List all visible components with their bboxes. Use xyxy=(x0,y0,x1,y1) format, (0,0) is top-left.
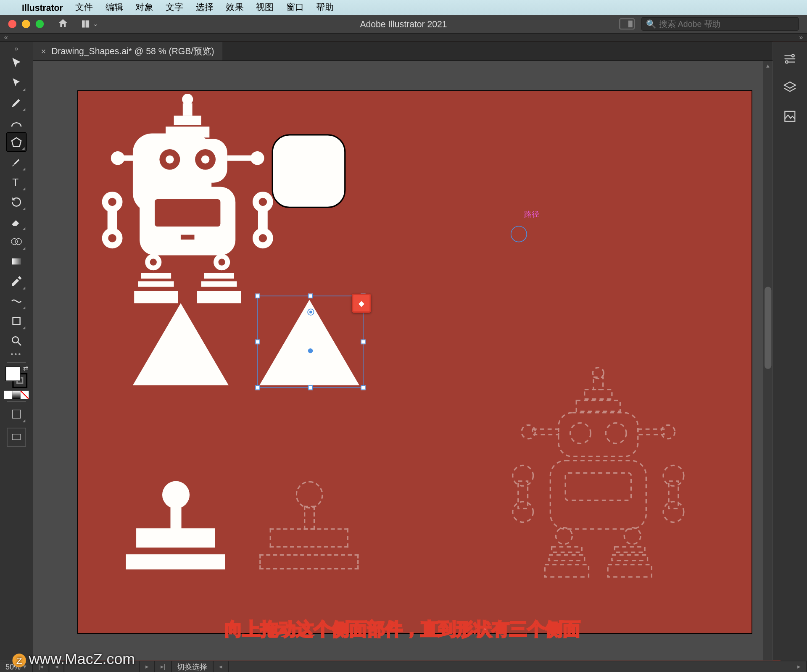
stamp-shape-outline[interactable] xyxy=(270,481,348,569)
chevron-left-icon: « xyxy=(4,34,8,41)
canvas[interactable]: 路径 xyxy=(33,61,773,661)
document-tab-label: Drawing_Shapes.ai* @ 58 % (RGB/预览) xyxy=(51,45,214,57)
menu-window[interactable]: 窗口 xyxy=(286,1,304,13)
triangle-shape-1[interactable] xyxy=(133,303,229,385)
resize-handle-br[interactable] xyxy=(361,385,365,390)
robot-shape[interactable] xyxy=(78,91,297,314)
svg-point-58 xyxy=(606,423,626,443)
color-mode-gradient[interactable] xyxy=(12,391,21,399)
scrollbar-thumb[interactable] xyxy=(765,287,771,369)
menu-edit[interactable]: 编辑 xyxy=(105,1,123,13)
stamp-shape[interactable] xyxy=(136,481,215,569)
svg-rect-73 xyxy=(612,555,648,561)
help-search-input[interactable] xyxy=(659,19,794,29)
artboard[interactable]: 路径 xyxy=(77,90,752,634)
selection-tool[interactable] xyxy=(6,53,27,72)
artboard-nav-prev[interactable]: ◂ xyxy=(50,661,65,672)
document-tab[interactable]: × Drawing_Shapes.ai* @ 58 % (RGB/预览) xyxy=(33,42,222,60)
paintbrush-tool[interactable] xyxy=(6,152,27,172)
svg-point-66 xyxy=(663,502,684,522)
window-close-button[interactable] xyxy=(8,20,17,28)
zoom-level[interactable]: 50% ▾ xyxy=(0,661,33,672)
close-tab-icon[interactable]: × xyxy=(41,46,46,56)
width-tool[interactable] xyxy=(6,291,27,311)
control-bar-collapsed[interactable]: « » xyxy=(0,33,807,42)
center-point-handle[interactable] xyxy=(308,348,312,353)
home-button[interactable] xyxy=(58,18,69,31)
svg-point-37 xyxy=(259,234,267,242)
polygon-side-widget[interactable] xyxy=(352,294,371,313)
menu-file[interactable]: 文件 xyxy=(75,1,93,13)
app-menu[interactable]: Illustrator xyxy=(22,3,63,13)
pen-tool[interactable] xyxy=(6,92,27,112)
svg-line-9 xyxy=(18,342,21,345)
fill-swatch[interactable] xyxy=(5,366,21,381)
svg-rect-44 xyxy=(134,291,178,303)
svg-point-36 xyxy=(259,198,267,206)
resize-handle-tm[interactable] xyxy=(308,294,312,298)
artboard-tool[interactable] xyxy=(6,311,27,330)
svg-rect-46 xyxy=(201,281,237,287)
svg-point-57 xyxy=(570,423,591,443)
selection-mode[interactable]: 切换选择 xyxy=(171,661,213,672)
svg-rect-50 xyxy=(585,390,612,399)
polygon-tool[interactable] xyxy=(6,132,27,152)
shape-builder-tool[interactable] xyxy=(6,231,27,251)
eyedropper-tool[interactable] xyxy=(6,271,27,291)
hover-anchor-ring[interactable] xyxy=(511,226,527,242)
type-tool[interactable]: T xyxy=(6,172,27,192)
layers-panel-icon[interactable] xyxy=(778,76,802,99)
edit-toolbar-button[interactable]: ••• xyxy=(6,350,27,360)
zoom-tool[interactable] xyxy=(6,331,27,350)
help-search[interactable]: 🔍 xyxy=(641,17,799,31)
arrange-documents-button[interactable]: ⌄ xyxy=(81,19,98,29)
svg-point-75 xyxy=(792,55,794,57)
svg-rect-6 xyxy=(12,258,21,264)
menu-select[interactable]: 选择 xyxy=(196,1,214,13)
resize-handle-bm[interactable] xyxy=(308,385,312,390)
color-mode-solid[interactable] xyxy=(4,391,13,399)
vertical-scrollbar[interactable] xyxy=(763,61,773,661)
eraser-tool[interactable] xyxy=(6,211,27,231)
window-minimize-button[interactable] xyxy=(22,20,30,28)
resize-handle-bl[interactable] xyxy=(255,385,260,390)
gradient-tool[interactable] xyxy=(6,251,27,271)
artboard-nav-next[interactable]: ▸ xyxy=(140,661,155,672)
robot-shape-outline[interactable] xyxy=(489,365,708,587)
artboard-nav-first[interactable]: |◂ xyxy=(33,661,50,672)
screen-mode-icon[interactable] xyxy=(620,18,635,29)
properties-panel-icon[interactable] xyxy=(778,47,802,70)
svg-rect-43 xyxy=(138,281,174,287)
screen-mode-button[interactable] xyxy=(7,428,26,447)
status-scroll-next[interactable]: ▸ xyxy=(792,661,807,672)
svg-rect-42 xyxy=(141,273,171,279)
resize-handle-mr[interactable] xyxy=(361,339,365,344)
svg-rect-45 xyxy=(204,273,234,279)
color-mode-buttons[interactable] xyxy=(4,391,29,399)
svg-rect-26 xyxy=(155,199,220,227)
svg-point-5 xyxy=(16,238,22,245)
libraries-panel-icon[interactable] xyxy=(778,105,802,128)
fill-stroke-swatch[interactable]: ⇄ xyxy=(5,366,27,388)
curvature-tool[interactable] xyxy=(6,112,27,132)
window-zoom-button[interactable] xyxy=(36,20,44,28)
menu-view[interactable]: 视图 xyxy=(256,1,274,13)
resize-handle-ml[interactable] xyxy=(255,339,260,344)
chevron-right-icon: » xyxy=(799,34,803,41)
top-anchor-handle[interactable] xyxy=(307,308,314,315)
rotate-tool[interactable] xyxy=(6,192,27,211)
svg-rect-51 xyxy=(576,401,620,411)
menu-effect[interactable]: 效果 xyxy=(226,1,243,13)
draw-mode-button[interactable] xyxy=(6,404,27,424)
menu-object[interactable]: 对象 xyxy=(135,1,153,13)
menu-help[interactable]: 帮助 xyxy=(316,1,334,13)
swap-fill-stroke-icon[interactable]: ⇄ xyxy=(23,365,29,372)
tools-collapse-icon[interactable]: » xyxy=(0,45,33,53)
svg-rect-19 xyxy=(227,155,253,161)
color-mode-none[interactable] xyxy=(21,391,29,399)
artboard-nav-last[interactable]: ▸| xyxy=(155,661,172,672)
svg-rect-27 xyxy=(181,235,195,240)
direct-selection-tool[interactable] xyxy=(6,73,27,92)
menu-type[interactable]: 文字 xyxy=(166,1,183,13)
status-scroll-prev[interactable]: ◂ xyxy=(214,661,229,672)
